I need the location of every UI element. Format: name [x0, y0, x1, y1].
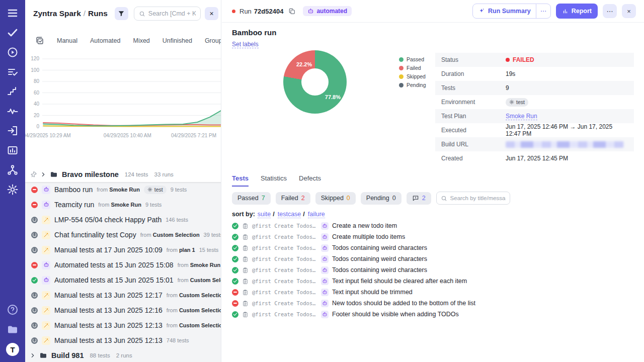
test-plan-link[interactable]: Smoke Run [506, 113, 537, 120]
list-item[interactable]: Manual tests at 17 Jun 2025 10:09 from p… [25, 242, 221, 257]
test-title[interactable]: Create a new todo item [332, 222, 397, 229]
test-suite-path[interactable]: @first Create Todos… [252, 300, 317, 306]
test-title[interactable]: Todos containing weird characters [332, 255, 427, 262]
pulse-activity-icon[interactable] [7, 105, 19, 117]
plans-list-icon[interactable] [7, 66, 19, 78]
copy-run-id-icon[interactable] [288, 7, 296, 15]
list-item[interactable]: Bravo milestone 124 tests 33 runs [25, 167, 221, 182]
group-row[interactable]: Bravo milestone 124 tests 33 runs [25, 170, 221, 178]
runs-tab[interactable]: Mixed [133, 37, 149, 44]
test-row[interactable]: @first Create Todos… Create multiple tod… [232, 231, 636, 242]
tests-search-input[interactable] [450, 195, 506, 201]
sort-option-link[interactable]: failure [308, 211, 325, 218]
select-runs-icon[interactable] [35, 36, 44, 45]
test-title[interactable]: Create multiple todo items [332, 233, 405, 240]
sort-option-link[interactable]: suite [258, 211, 271, 218]
list-item[interactable]: LMP-554 05/04 check Happy Path 146 tests [25, 212, 221, 227]
filter-button[interactable] [115, 7, 128, 20]
branch-share-icon[interactable] [7, 164, 19, 176]
menu-icon[interactable] [7, 7, 19, 19]
runs-play-icon[interactable] [7, 46, 19, 58]
runs-tab[interactable]: Unfinished [163, 37, 192, 44]
pin-icon[interactable] [29, 170, 38, 179]
list-item[interactable]: Automated tests at 15 Jun 2025 15:01 fro… [25, 273, 221, 288]
test-suite-path[interactable]: @first Create Todos… [252, 278, 317, 284]
run-row[interactable]: LMP-554 05/04 check Happy Path 146 tests [25, 216, 221, 224]
test-suite-path[interactable]: @first Create Todos… [252, 267, 317, 273]
list-item[interactable]: Bamboo run from Smoke Run test 9 tests [25, 182, 221, 197]
run-row[interactable]: Automated tests at 15 Jun 2025 15:01 fro… [25, 276, 221, 285]
build-url-redacted[interactable] [506, 141, 624, 148]
filter-chip[interactable]: 2 [407, 192, 431, 205]
help-icon[interactable] [7, 304, 19, 316]
more-actions-button[interactable]: ⋯ [603, 4, 617, 18]
runs-tab[interactable]: Groups [205, 37, 221, 44]
app-logo[interactable]: T [6, 343, 19, 356]
filter-chip[interactable]: Failed 2 [276, 192, 310, 205]
test-suite-path[interactable]: @first Create Todos… [252, 234, 317, 240]
test-row[interactable]: @first Create Todos… Text input field sh… [232, 276, 636, 287]
runs-search[interactable] [134, 7, 201, 21]
test-title[interactable]: Footer should be visible when adding TOD… [332, 311, 459, 318]
test-row[interactable]: @first Create Todos… Footer should be vi… [232, 309, 636, 320]
list-item[interactable]: Manual tests at 13 Jun 2025 12:13 748 te… [25, 333, 221, 348]
test-row[interactable]: @first Create Todos… New todos should be… [232, 298, 636, 309]
filter-chip[interactable]: Skipped 0 [315, 192, 356, 205]
breadcrumb-project[interactable]: Zyntra Spark [33, 9, 81, 18]
detail-tab[interactable]: Statistics [261, 174, 287, 187]
test-suite-path[interactable]: @first Create Todos… [252, 311, 317, 317]
run-summary-more-button[interactable]: ⋯ [536, 4, 550, 18]
list-item[interactable]: Manual tests at 13 Jun 2025 12:16 from C… [25, 303, 221, 318]
run-row[interactable]: Bamboo run from Smoke Run test 9 tests [25, 186, 221, 194]
filter-chip[interactable]: Pending 0 [361, 192, 401, 205]
runs-tab[interactable]: Automated [90, 37, 120, 44]
run-row[interactable]: Manual tests at 13 Jun 2025 12:16 from C… [25, 306, 221, 315]
run-row[interactable]: Manual tests at 13 Jun 2025 12:13 748 te… [25, 336, 221, 345]
run-row[interactable]: Manual tests at 13 Jun 2025 12:17 from C… [25, 291, 221, 300]
test-row[interactable]: @first Create Todos… Todos containing we… [232, 242, 636, 253]
test-row[interactable]: @first Create Todos… Todos containing we… [232, 253, 636, 264]
list-item[interactable]: Manual tests at 13 Jun 2025 12:13 from C… [25, 318, 221, 333]
test-title[interactable]: Text input should be trimmed [332, 289, 413, 296]
list-item[interactable]: Build 981 88 tests 2 runs [25, 348, 221, 362]
test-suite-path[interactable]: @first Create Todos… [252, 245, 317, 251]
milestones-steps-icon[interactable] [7, 85, 19, 98]
test-row[interactable]: @first Create Todos… Create a new todo i… [232, 220, 636, 231]
detail-tab[interactable]: Tests [232, 174, 249, 187]
detail-tab[interactable]: Defects [299, 174, 321, 187]
test-suite-path[interactable]: @first Create Todos… [252, 256, 317, 262]
runs-tab[interactable]: Manual [57, 37, 77, 44]
run-row[interactable]: Automated tests at 15 Jun 2025 15:08 fro… [25, 261, 221, 269]
list-item[interactable]: Teamcity run from Smoke Run 9 tests [25, 197, 221, 212]
panel-close-button[interactable]: × [205, 7, 218, 20]
test-suite-path[interactable]: @first Create Todos… [252, 289, 317, 295]
analytics-bar-chart-icon[interactable] [7, 144, 19, 156]
run-row[interactable]: Manual tests at 17 Jun 2025 10:09 from p… [25, 246, 221, 254]
tests-search[interactable] [436, 192, 510, 205]
tests-check-icon[interactable] [7, 27, 19, 39]
import-icon[interactable] [7, 125, 19, 137]
runs-search-input[interactable] [148, 10, 196, 17]
test-title[interactable]: New todos should be added to the bottom … [332, 300, 475, 307]
report-button[interactable]: Report [556, 4, 598, 19]
automated-badge[interactable]: automated [303, 6, 352, 16]
run-row[interactable]: Manual tests at 13 Jun 2025 12:13 from C… [25, 321, 221, 330]
group-row[interactable]: Build 981 88 tests 2 runs [25, 351, 221, 359]
test-row[interactable]: @first Create Todos… Todos containing we… [232, 264, 636, 276]
list-item[interactable]: Chat functinality test Copy from Custom … [25, 227, 221, 242]
chevron-right-icon[interactable] [41, 172, 46, 177]
chevron-right-icon[interactable] [30, 353, 35, 358]
sort-option-link[interactable]: testcase [278, 211, 301, 218]
projects-folder-icon[interactable] [7, 323, 19, 335]
test-row[interactable]: @first Create Todos… Text input should b… [232, 287, 636, 298]
test-suite-path[interactable]: @first Create Todos… [252, 223, 317, 229]
test-title[interactable]: Todos containing weird characters [332, 244, 427, 251]
set-labels-link[interactable]: Set labels [232, 41, 259, 48]
settings-gear-icon[interactable] [7, 184, 19, 196]
run-summary-button[interactable]: Run Summary ⋯ [472, 4, 551, 19]
filter-chip[interactable]: Passed 7 [232, 192, 271, 205]
list-item[interactable]: Automated tests at 15 Jun 2025 15:08 fro… [25, 257, 221, 273]
list-item[interactable]: Manual tests at 13 Jun 2025 12:17 from C… [25, 288, 221, 303]
test-title[interactable]: Text input field should be cleared after… [332, 278, 467, 285]
run-row[interactable]: Chat functinality test Copy from Custom … [25, 231, 221, 239]
